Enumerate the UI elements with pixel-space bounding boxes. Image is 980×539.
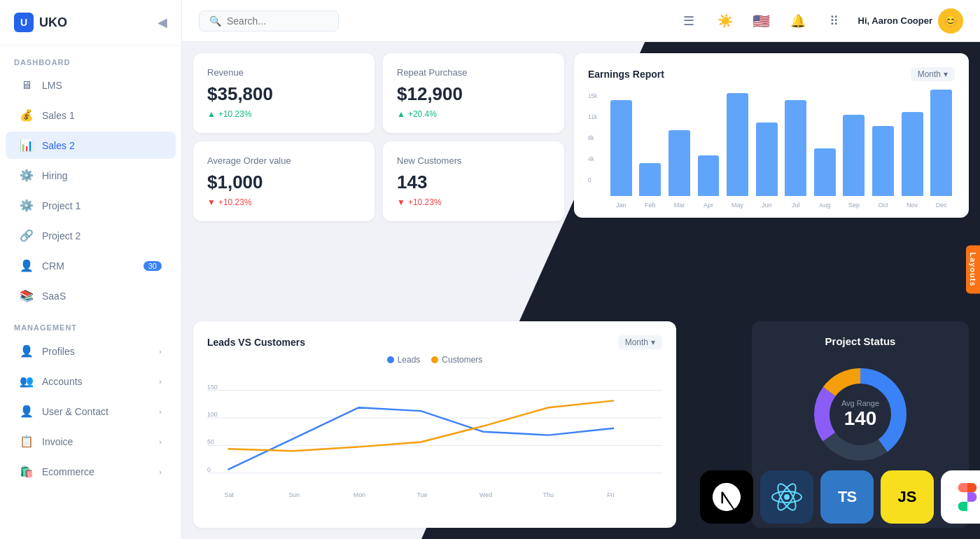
- revenue-value: $35,800: [207, 83, 360, 105]
- svg-text:Sat: Sat: [225, 491, 234, 498]
- language-icon[interactable]: 🇺🇸: [749, 8, 774, 34]
- layouts-tab[interactable]: Layouts: [966, 245, 980, 293]
- content-area: Revenue $35,800 ▲ +10.23% Repeat Purchas…: [182, 42, 980, 539]
- bar-label-apr: Apr: [695, 200, 722, 209]
- sidebar-item-label-profiles: Profiles: [42, 346, 75, 357]
- collapse-sidebar-button[interactable]: ◀: [158, 15, 167, 30]
- search-box[interactable]: 🔍: [199, 10, 339, 31]
- bar-jul: [782, 90, 809, 196]
- customers-legend-dot: [431, 356, 438, 363]
- leads-chart-card: Leads VS Customers Month ▾ Leads Custome…: [193, 321, 676, 528]
- notification-icon[interactable]: 🔔: [785, 8, 811, 34]
- sidebar-item-crm[interactable]: 👤 CRM 30: [6, 252, 176, 279]
- leads-chevron-icon: ▾: [651, 337, 655, 347]
- user-info[interactable]: Hi, Aaron Cooper 😊: [858, 8, 963, 34]
- stat-card-new-customers: New Customers 143 ▼ +10.23%: [383, 141, 564, 221]
- hiring-icon: ⚙️: [20, 169, 34, 182]
- project-status-title: Project Status: [825, 335, 896, 347]
- bar-label-jan: Jan: [608, 200, 635, 209]
- chevron-down-icon: ▾: [944, 69, 948, 79]
- sidebar-item-sales1[interactable]: 💰 Sales 1: [6, 102, 176, 129]
- sidebar-item-label-invoice: Invoice: [42, 436, 73, 447]
- new-customers-label: New Customers: [397, 155, 550, 166]
- svg-text:0: 0: [207, 466, 211, 473]
- customers-legend-label: Customers: [442, 355, 482, 365]
- bar-label-jul: Jul: [782, 200, 809, 209]
- bar-aug: [811, 90, 839, 196]
- nextjs-icon-box[interactable]: [700, 470, 753, 524]
- stats-grid: Revenue $35,800 ▲ +10.23% Repeat Purchas…: [193, 53, 564, 221]
- sidebar-logo: U UKO ◀: [0, 0, 181, 46]
- leads-legend-label: Leads: [398, 355, 421, 365]
- sidebar-item-hiring[interactable]: ⚙️ Hiring: [6, 162, 176, 189]
- project2-icon: 🔗: [20, 229, 34, 242]
- sidebar-item-label-saas: SaaS: [42, 290, 66, 302]
- earnings-title: Earnings Report: [588, 69, 664, 80]
- sidebar-item-ecommerce[interactable]: 🛍️ Ecommerce ›: [6, 458, 176, 485]
- revenue-change: ▲ +10.23%: [207, 109, 360, 119]
- profiles-chevron-icon: ›: [159, 347, 162, 356]
- sidebar-item-project2[interactable]: 🔗 Project 2: [6, 222, 176, 249]
- leads-period-selector[interactable]: Month ▾: [618, 335, 662, 349]
- bar-oct: [869, 90, 897, 196]
- svg-text:150: 150: [207, 384, 218, 391]
- svg-text:Thu: Thu: [543, 491, 554, 498]
- bar-apr: [695, 90, 722, 196]
- svg-text:4k: 4k: [588, 155, 594, 162]
- customers-legend-item: Customers: [431, 355, 482, 365]
- sidebar-item-label-hiring: Hiring: [42, 170, 68, 181]
- user-contact-icon: 👤: [20, 405, 34, 418]
- bar-dec: [927, 90, 955, 196]
- leads-chart-title: Leads VS Customers: [207, 337, 305, 348]
- bar-jun: [753, 90, 780, 196]
- sidebar-item-saas[interactable]: 📚 SaaS: [6, 282, 176, 309]
- header: 🔍 ☰ ☀️ 🇺🇸 🔔 ⠿ Hi, Aaron Cooper 😊: [182, 0, 980, 42]
- svg-text:Sun: Sun: [288, 491, 300, 498]
- react-icon-box[interactable]: [760, 470, 813, 524]
- apps-icon[interactable]: ⠿: [822, 8, 847, 34]
- bar-mar: [666, 90, 693, 196]
- search-icon: 🔍: [209, 15, 221, 27]
- leads-legend: Leads Customers: [207, 355, 662, 365]
- user-contact-chevron-icon: ›: [159, 407, 162, 416]
- invoice-icon: 📋: [20, 435, 34, 448]
- sidebar-item-accounts[interactable]: 👥 Accounts ›: [6, 368, 176, 395]
- typescript-icon-box[interactable]: TS: [820, 470, 874, 524]
- javascript-icon-box[interactable]: JS: [881, 470, 934, 524]
- ecommerce-chevron-icon: ›: [159, 468, 162, 476]
- invoice-chevron-icon: ›: [159, 438, 162, 446]
- search-input[interactable]: [227, 15, 328, 27]
- sidebar-item-label-lms: LMS: [42, 80, 62, 91]
- earnings-period-selector[interactable]: Month ▾: [911, 67, 955, 81]
- earnings-chart: 15k 11k 8k 4k 0 JanFebMarAprMayJunJulAug…: [588, 90, 955, 209]
- leads-legend-dot: [387, 356, 394, 363]
- svg-text:Mon: Mon: [354, 491, 365, 498]
- sidebar-item-invoice[interactable]: 📋 Invoice ›: [6, 428, 176, 455]
- svg-text:0: 0: [588, 176, 592, 183]
- bar-sep: [841, 90, 868, 196]
- earnings-period-label: Month: [918, 69, 941, 79]
- theme-toggle-icon[interactable]: ☀️: [713, 8, 738, 34]
- sidebar-item-project1[interactable]: ⚙️ Project 1: [6, 192, 176, 219]
- accounts-icon: 👥: [20, 374, 34, 388]
- sidebar: U UKO ◀ DASHBOARD 🖥 LMS 💰 Sales 1 📊 Sale…: [0, 0, 182, 539]
- sidebar-item-profiles[interactable]: 👤 Profiles ›: [6, 337, 176, 365]
- profiles-icon: 👤: [20, 344, 34, 358]
- up-arrow-icon2: ▲: [397, 109, 405, 119]
- sidebar-item-user-contact[interactable]: 👤 User & Contact ›: [6, 398, 176, 425]
- sidebar-item-label-user-contact: User & Contact: [42, 406, 108, 417]
- ecommerce-icon: 🛍️: [20, 465, 34, 478]
- menu-icon[interactable]: ☰: [676, 8, 701, 34]
- header-right: ☰ ☀️ 🇺🇸 🔔 ⠿ Hi, Aaron Cooper 😊: [676, 8, 963, 34]
- figma-icon-box[interactable]: [941, 470, 980, 524]
- sidebar-item-lms[interactable]: 🖥 LMS: [6, 72, 176, 99]
- revenue-label: Revenue: [207, 67, 360, 78]
- bar-label-mar: Mar: [666, 200, 693, 209]
- tech-icons-row: TS JS: [700, 470, 980, 524]
- svg-text:8k: 8k: [588, 134, 594, 141]
- avg-order-value: $1,000: [207, 172, 360, 193]
- donut-center-info: Avg Range 140: [841, 399, 879, 430]
- bar-label-oct: Oct: [869, 200, 897, 209]
- sidebar-item-sales2[interactable]: 📊 Sales 2: [6, 132, 176, 159]
- svg-text:Tue: Tue: [416, 491, 427, 498]
